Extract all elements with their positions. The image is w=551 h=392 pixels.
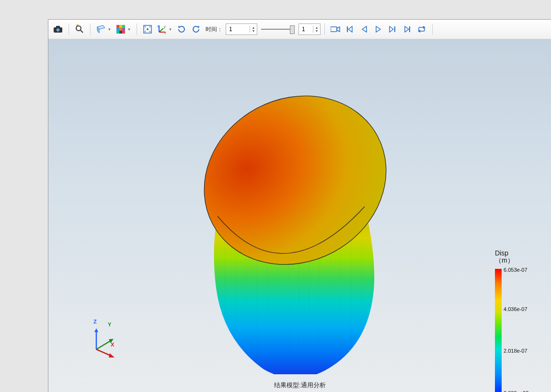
separator: [432, 23, 433, 35]
svg-marker-42: [94, 328, 98, 332]
svg-rect-8: [119, 25, 122, 28]
step-spinner-buttons[interactable]: ▲▼: [313, 26, 320, 33]
svg-line-43: [96, 341, 111, 349]
video-camera-icon: [331, 26, 340, 33]
skip-last-icon: [404, 26, 411, 33]
step-value: 1: [299, 26, 313, 33]
viewport-3d[interactable]: Disp （m） 6.053e-07 4.036e-07 2.018e-07 0…: [48, 39, 551, 392]
svg-text:x: x: [164, 31, 166, 34]
loop-icon: [417, 26, 426, 33]
play-icon: [376, 26, 381, 33]
legend-tick: 0.000e+00: [504, 390, 528, 392]
fit-view-button[interactable]: [141, 23, 154, 36]
triad-icon: [92, 327, 118, 354]
svg-rect-15: [122, 31, 125, 34]
svg-rect-11: [119, 28, 122, 31]
svg-rect-26: [331, 27, 337, 32]
svg-point-17: [147, 28, 149, 30]
svg-rect-13: [116, 31, 119, 34]
svg-line-4: [80, 30, 83, 33]
legend-tick: 4.036e-07: [504, 306, 528, 312]
rotate-cw-icon: [177, 25, 186, 34]
svg-marker-34: [405, 26, 409, 32]
color-display-button[interactable]: [114, 23, 127, 36]
model-svg: [183, 77, 389, 374]
rotate-ccw-icon: [192, 25, 200, 34]
svg-marker-46: [109, 353, 115, 357]
redo-view-button[interactable]: [175, 23, 188, 36]
svg-rect-1: [56, 26, 60, 28]
probe-icon: [75, 24, 84, 34]
time-spinner[interactable]: 1 ▲▼: [226, 23, 257, 35]
first-frame-button[interactable]: [343, 23, 356, 36]
axis-x-label: X: [111, 342, 114, 347]
svg-rect-9: [122, 25, 125, 28]
rubik-icon: [116, 25, 125, 34]
axis-orientation-button[interactable]: zyx: [155, 23, 169, 36]
play-button[interactable]: [372, 23, 385, 36]
axis-icon: zyx: [157, 24, 167, 34]
svg-rect-10: [116, 28, 119, 31]
clip-plane-dropdown[interactable]: ▼: [108, 23, 111, 36]
color-legend: Disp （m） 6.053e-07 4.036e-07 2.018e-07 0…: [495, 250, 538, 264]
axis-y-label: Y: [108, 322, 111, 327]
time-value: 1: [226, 26, 250, 33]
next-frame-button[interactable]: [386, 23, 400, 36]
camera-icon: [54, 26, 62, 33]
separator: [137, 23, 137, 35]
svg-rect-12: [122, 28, 125, 31]
axis-orientation-dropdown[interactable]: ▼: [169, 23, 172, 36]
record-button[interactable]: [329, 23, 342, 36]
result-toolbar: ▼ ▼ zyx ▼ 时间： 1 ▲▼: [48, 20, 551, 39]
capture-button[interactable]: [51, 23, 65, 36]
svg-text:z: z: [157, 24, 159, 28]
svg-point-3: [76, 26, 81, 31]
clip-plane-icon: [96, 25, 106, 34]
svg-marker-27: [337, 27, 340, 32]
time-spinner-buttons[interactable]: ▲▼: [250, 26, 257, 33]
svg-rect-7: [116, 25, 119, 28]
skip-first-icon: [346, 26, 353, 33]
axis-triad: Z Y X: [92, 327, 118, 354]
svg-marker-29: [348, 26, 352, 32]
slider-thumb[interactable]: [290, 25, 295, 34]
last-frame-button[interactable]: [401, 23, 414, 36]
time-label: 时间：: [206, 25, 223, 34]
separator: [69, 23, 69, 35]
svg-line-20: [159, 28, 163, 32]
clip-plane-button[interactable]: [94, 23, 108, 36]
legend-tick: 6.053e-07: [504, 267, 528, 273]
separator: [324, 23, 325, 35]
step-spinner[interactable]: 1 ▲▼: [298, 23, 321, 35]
prev-icon: [361, 26, 367, 33]
result-window: ▼ ▼ zyx ▼ 时间： 1 ▲▼: [48, 19, 551, 392]
svg-marker-31: [376, 26, 380, 32]
svg-text:y: y: [164, 25, 166, 29]
viewport-caption: 结果模型:通用分析: [48, 381, 551, 390]
svg-rect-14: [119, 31, 122, 34]
legend-title: Disp （m）: [495, 250, 538, 264]
fea-displacement-model: [183, 77, 389, 374]
color-display-dropdown[interactable]: ▼: [127, 23, 131, 36]
legend-color-bar: [495, 269, 502, 392]
time-slider[interactable]: [261, 24, 295, 35]
fit-view-icon: [143, 25, 152, 34]
separator: [90, 23, 91, 35]
undo-view-button[interactable]: [189, 23, 203, 36]
prev-frame-button[interactable]: [357, 23, 371, 36]
svg-marker-30: [362, 26, 367, 32]
axis-z-label: Z: [93, 319, 97, 324]
svg-point-2: [57, 28, 59, 31]
probe-button[interactable]: [73, 23, 86, 36]
svg-marker-32: [390, 26, 393, 32]
step-next-icon: [389, 26, 397, 33]
loop-button[interactable]: [415, 23, 428, 36]
legend-tick: 2.018e-07: [504, 348, 528, 354]
